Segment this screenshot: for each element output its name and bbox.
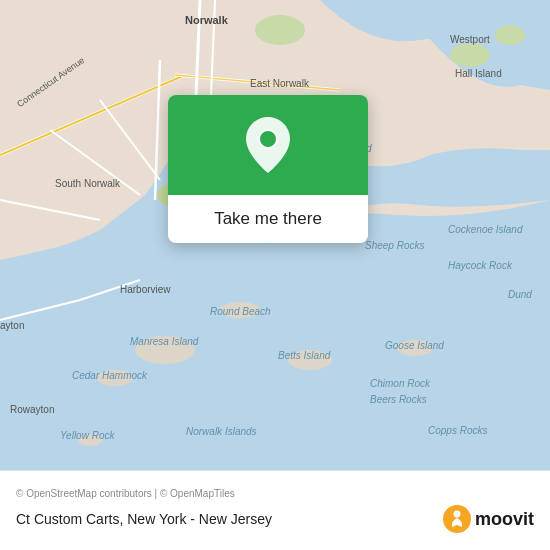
place-info: Ct Custom Carts, New York - New Jersey m… [16, 505, 534, 533]
svg-point-26 [453, 511, 460, 518]
svg-point-22 [78, 434, 102, 446]
svg-point-19 [288, 350, 332, 370]
place-name-text: Ct Custom Carts, New York - New Jersey [16, 511, 272, 527]
popup-header [168, 95, 368, 195]
moovit-brand-icon [443, 505, 471, 533]
popup-body: Take me there [168, 195, 368, 243]
svg-point-18 [220, 302, 260, 318]
take-me-there-button[interactable]: Take me there [214, 209, 322, 228]
svg-point-20 [397, 340, 433, 356]
popup-card: Take me there [168, 95, 368, 243]
svg-point-1 [255, 15, 305, 45]
svg-point-3 [495, 25, 525, 45]
map-container: Norwalk Westport Hall Island East Norwal… [0, 0, 550, 470]
svg-point-21 [97, 370, 133, 386]
location-pin-icon [246, 117, 290, 173]
moovit-brand-text: moovit [475, 509, 534, 530]
moovit-logo: moovit [443, 505, 534, 533]
svg-point-17 [135, 336, 195, 364]
attribution-text: © OpenStreetMap contributors | © OpenMap… [16, 488, 534, 499]
bottom-bar: © OpenStreetMap contributors | © OpenMap… [0, 470, 550, 550]
svg-point-2 [450, 43, 490, 67]
svg-point-24 [259, 130, 277, 148]
